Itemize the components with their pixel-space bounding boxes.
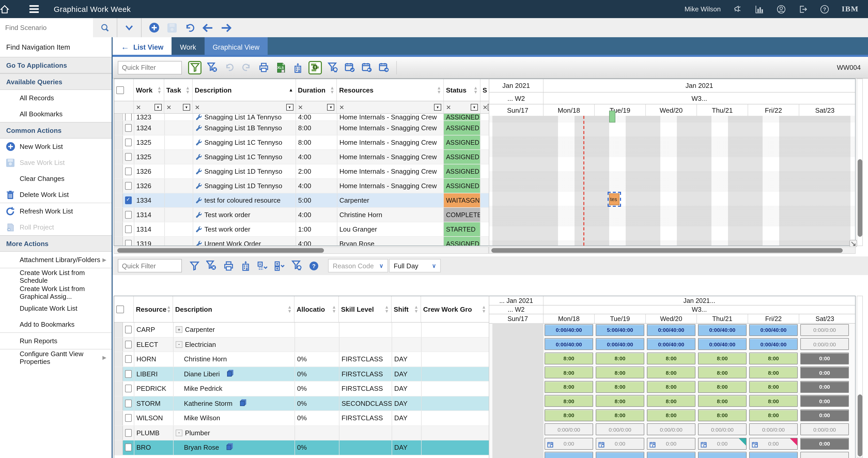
resource-gantt-vscrollbar-track[interactable] xyxy=(857,296,863,458)
allocation-cell[interactable]: 8:00 xyxy=(596,409,644,421)
tab-work[interactable]: Work xyxy=(172,37,205,57)
sidebar-item[interactable]: Create Work List from Graphical Assig... xyxy=(0,284,112,300)
resource-row-PEDRICK[interactable]: PEDRICK Mike Pedrick 0% FIRSTCLASS DAY xyxy=(114,381,489,396)
allocation-cell[interactable] xyxy=(596,452,644,458)
crew-hierarchy-icon[interactable] xyxy=(239,259,252,272)
allocation-cell[interactable]: 0:00/0:00 xyxy=(596,423,644,435)
row-checkbox[interactable] xyxy=(125,124,132,132)
allocation-cell[interactable]: 0:00 xyxy=(800,409,849,421)
allocation-cell[interactable]: 8:00 xyxy=(698,352,747,364)
select-all-checkbox[interactable] xyxy=(116,305,124,313)
allocation-cell[interactable]: 0:00/0:00 xyxy=(800,423,849,435)
allocation-cell[interactable]: 8:00 xyxy=(596,395,644,407)
gantt-lock-icon[interactable] xyxy=(308,61,322,74)
allocation-cell[interactable]: 8:00 xyxy=(698,409,747,421)
allocation-cell[interactable]: 8:00 xyxy=(647,352,695,364)
calendar-next-icon[interactable] xyxy=(378,61,390,74)
allocation-cell[interactable]: 0:00 xyxy=(545,437,593,450)
tree-toggle-icon[interactable]: - xyxy=(176,430,182,436)
pane-resize-handle-icon[interactable] xyxy=(849,240,857,247)
resource-row-HORN[interactable]: HORN Christine Horn 0% FIRSTCLASS DAY xyxy=(114,352,489,367)
allocation-cell[interactable]: 8:00 xyxy=(596,381,644,393)
allocation-cell[interactable]: 0:00/40:00 xyxy=(749,324,798,336)
tab-graphical-view[interactable]: Graphical View xyxy=(204,37,268,57)
sidebar-item[interactable]: Add to Bookmarks xyxy=(0,316,112,332)
allocation-cell[interactable]: 8:00 xyxy=(749,352,798,364)
work-row-1326[interactable]: 1326 Snagging List 1D Tennyso 4:00 Home … xyxy=(114,179,489,193)
tree-toggle-icon[interactable]: - xyxy=(176,341,182,348)
allocation-cell[interactable] xyxy=(545,452,593,458)
column-header-resources[interactable]: Resources▲▼ xyxy=(337,79,444,101)
filter-cell[interactable]: ✕▼ xyxy=(337,101,444,113)
resource-row-PLUMB[interactable]: PLUMB -Plumber xyxy=(114,426,489,440)
column-header-description[interactable]: Description▲▼ xyxy=(173,296,294,322)
sidebar-item[interactable]: Configure Gantt View Properties▶ xyxy=(0,349,112,365)
allocation-cell[interactable]: 0:00/40:00 xyxy=(698,324,747,336)
print-icon[interactable] xyxy=(257,61,270,74)
sidebar-item[interactable]: Duplicate Work List xyxy=(0,300,112,316)
allocation-cell[interactable]: 0:00/40:00 xyxy=(545,338,593,350)
allocation-cell[interactable]: 8:00 xyxy=(698,395,747,407)
filter-cell[interactable]: ✕▼ xyxy=(134,101,164,113)
column-header-resource[interactable]: Resource▲▼ xyxy=(134,296,173,322)
reports-chart-icon[interactable] xyxy=(755,4,764,14)
gantt-task-bar[interactable] xyxy=(609,111,615,123)
work-row-1324[interactable]: 1324 Snagging List 1B Tennyso 8:00 Home … xyxy=(114,121,489,135)
work-row-1325[interactable]: 1325 Snagging List 1C Tennyso 4:00 Home … xyxy=(114,150,489,164)
allocation-cell[interactable]: 0:00/40:00 xyxy=(647,324,695,336)
work-table-hscrollbar-track[interactable] xyxy=(114,247,489,254)
work-row-1314[interactable]: 1314 Test work order 4:00 Christine Horn… xyxy=(114,208,489,222)
tab-list-view[interactable]: ← List View xyxy=(113,37,172,57)
allocation-cell[interactable]: 0:00/0:00 xyxy=(749,423,798,435)
allocation-cell[interactable]: 8:00 xyxy=(596,352,644,364)
clear-filter-icon[interactable] xyxy=(206,61,219,74)
row-checkbox[interactable] xyxy=(125,341,132,348)
allocation-cell[interactable]: 8:00 xyxy=(749,395,798,407)
row-checkbox[interactable] xyxy=(125,326,132,334)
back-arrow-icon[interactable] xyxy=(202,23,213,32)
allocation-cell[interactable]: 8:00 xyxy=(647,381,695,393)
column-header-description[interactable]: Description▲ xyxy=(193,79,296,101)
resource-row-ELECT[interactable]: ELECT -Electrician xyxy=(114,337,489,352)
sidebar-item[interactable]: Delete Work List xyxy=(0,187,112,203)
column-header-status[interactable]: Status▲▼ xyxy=(444,79,480,101)
filter-search-icon[interactable] xyxy=(290,259,303,272)
allocation-cell[interactable]: 8:00 xyxy=(545,409,593,421)
row-checkbox[interactable] xyxy=(125,182,132,190)
calendar-prev-icon[interactable] xyxy=(361,61,373,74)
allocation-cell[interactable]: 0:00/0:00 xyxy=(800,324,849,336)
allocation-cell[interactable]: 0:00/40:00 xyxy=(698,338,747,350)
reason-code-select[interactable]: Reason Code∨ xyxy=(328,259,388,272)
column-header-crew-work-group[interactable]: Crew Work Gro▲▼ xyxy=(421,296,488,322)
allocation-cell[interactable]: 0:00 xyxy=(800,395,849,407)
apply-filter-icon[interactable] xyxy=(188,61,202,74)
work-gantt-hscrollbar-thumb[interactable] xyxy=(491,248,843,253)
work-gantt-vscrollbar-track[interactable] xyxy=(857,79,863,246)
allocation-cell[interactable]: 0:00 xyxy=(800,352,849,364)
row-checkbox[interactable] xyxy=(125,400,132,407)
allocation-cell[interactable]: 0:00 xyxy=(596,437,644,450)
row-checkbox[interactable] xyxy=(125,414,132,422)
allocation-cell[interactable]: 0:00/0:00 xyxy=(647,423,695,435)
sidebar-section-0[interactable]: Go To Applications xyxy=(0,57,112,73)
tree-toggle-icon[interactable]: + xyxy=(176,327,182,333)
export-xls-icon[interactable]: XLS xyxy=(274,61,287,74)
redo-icon[interactable] xyxy=(240,61,253,74)
work-row-1326[interactable]: 1326 Snagging List 1D Tennyso 2:00 Home … xyxy=(114,164,489,179)
allocation-cell[interactable] xyxy=(800,452,849,458)
allocation-cell[interactable]: 8:00 xyxy=(749,367,798,378)
allocation-cell[interactable]: 0:00/0:00 xyxy=(698,423,747,435)
row-checkbox[interactable] xyxy=(125,429,132,437)
allocation-cell[interactable]: 8:00 xyxy=(749,381,798,393)
allocation-cell[interactable]: 8:00 xyxy=(698,381,747,393)
column-header-skill-level[interactable]: Skill Level▲▼ xyxy=(339,296,392,322)
row-checkbox[interactable] xyxy=(125,153,132,161)
undo-icon[interactable] xyxy=(184,23,195,33)
profile-icon[interactable] xyxy=(777,4,786,14)
sidebar-item[interactable]: Attachment Library/Folders▶ xyxy=(0,252,112,268)
allocation-cell[interactable]: 8:00 xyxy=(596,367,644,378)
allocation-cell[interactable]: 0:00/0:00 xyxy=(800,338,849,350)
logout-icon[interactable] xyxy=(798,4,808,14)
row-checkbox[interactable] xyxy=(125,211,132,219)
allocation-cell[interactable]: 0:00 xyxy=(698,437,747,450)
